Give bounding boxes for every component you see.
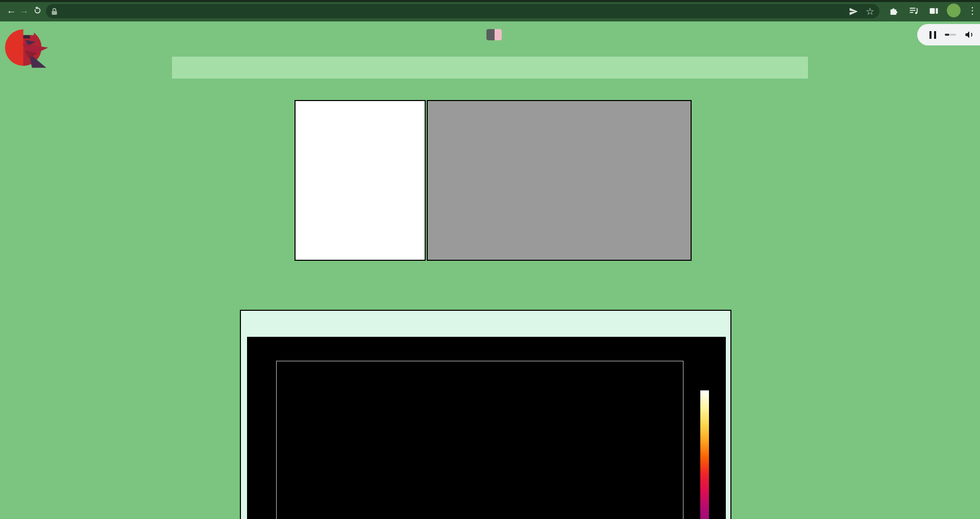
detection-panel (240, 310, 731, 519)
species-axis-labels (179, 100, 295, 261)
nav-bar (172, 57, 808, 79)
version-value (495, 29, 502, 40)
reload-button[interactable] (31, 4, 44, 17)
most-recent-detection (0, 291, 972, 302)
site-header (0, 21, 980, 48)
spectrogram (247, 337, 726, 519)
forward-button[interactable]: → (17, 4, 31, 17)
side-panel-icon[interactable] (927, 5, 940, 17)
spectrogram-image (276, 361, 683, 519)
version-badge (486, 29, 502, 40)
url-bar[interactable]: ☆ (46, 4, 879, 18)
detection-species-line (241, 316, 730, 326)
version-label (486, 29, 495, 40)
send-icon[interactable] (849, 7, 859, 16)
detections-bar-chart (295, 100, 426, 261)
bar-x-axis (295, 261, 426, 281)
audio-player[interactable] (917, 24, 980, 45)
lock-icon (51, 8, 58, 15)
pause-button[interactable] (929, 31, 936, 39)
volume-icon[interactable] (964, 30, 974, 40)
hour-x-axis (427, 261, 692, 281)
back-button[interactable]: ← (5, 4, 18, 17)
playlist-icon[interactable] (908, 5, 920, 17)
profile-avatar[interactable] (947, 4, 961, 17)
audio-seek-bar[interactable] (945, 34, 956, 36)
spectrogram-right-axis-line (683, 361, 683, 519)
spectrogram-colorbar (700, 390, 709, 519)
browser-toolbar: ← → ☆ (0, 0, 980, 21)
bookmark-star-icon[interactable]: ☆ (866, 7, 874, 16)
reload-icon (33, 6, 42, 15)
menu-kebab-icon[interactable]: ⋮ (966, 5, 978, 17)
extensions-puzzle-icon[interactable] (887, 5, 899, 17)
hourly-heatmap (427, 100, 692, 261)
window-top-edge (0, 0, 980, 2)
